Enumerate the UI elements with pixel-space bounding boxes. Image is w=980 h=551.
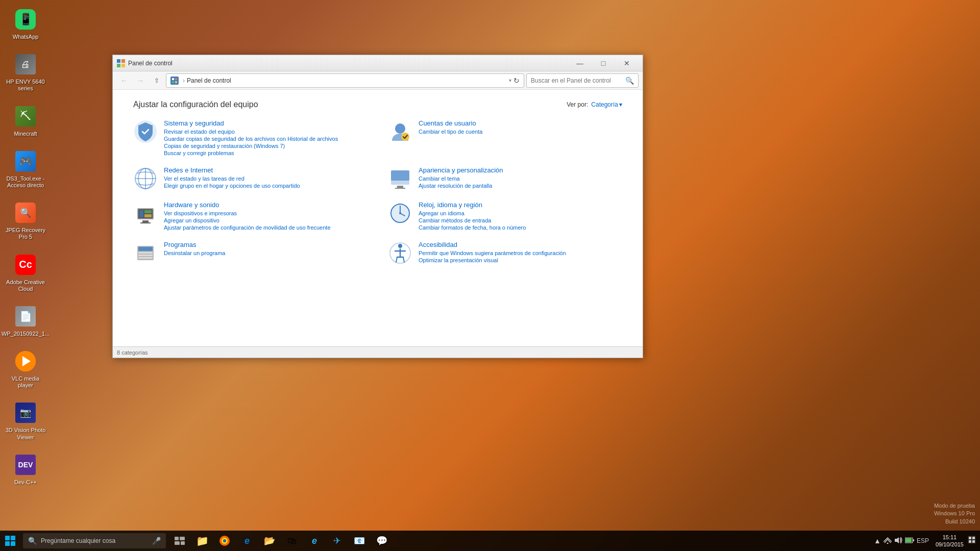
content-header: Ajustar la configuración del equipo Ver …: [133, 100, 622, 109]
close-button[interactable]: ✕: [615, 55, 639, 71]
reloj-link-0[interactable]: Agregar un idioma: [419, 210, 526, 216]
hardware-content: Hardware y sonido Ver dispositivos e imp…: [164, 201, 331, 231]
svg-rect-59: [969, 540, 971, 543]
desktop-icon-hp[interactable]: 🖨 HP ENVY 5640 series: [3, 50, 48, 94]
accesibilidad-title[interactable]: Accesibilidad: [419, 241, 566, 248]
redes-title[interactable]: Redes e Internet: [164, 166, 300, 174]
desktop-icon-adobe[interactable]: Cc Adobe Creative Cloud: [3, 251, 48, 294]
tray-show-hidden[interactable]: ▲: [874, 537, 881, 545]
taskbar-file-explorer[interactable]: 📁: [191, 531, 213, 551]
reloj-link-2[interactable]: Cambiar formatos de fecha, hora o número: [419, 224, 526, 231]
search-input[interactable]: [531, 77, 625, 84]
cuentas-links: Cambiar el tipo de cuenta: [419, 129, 482, 135]
view-by-dropdown[interactable]: Categoría ▾: [591, 101, 622, 108]
hardware-icon: [133, 201, 158, 226]
tray-network[interactable]: [884, 537, 892, 545]
search-box[interactable]: 🔍: [526, 73, 639, 88]
taskbar-search[interactable]: 🔍 Pregúntame cualquier cosa 🎤: [23, 533, 166, 548]
adobe-icon: Cc: [13, 253, 38, 277]
refresh-button[interactable]: ↻: [513, 77, 520, 85]
ds3-icon: 🎮: [13, 149, 38, 173]
sistema-link-1[interactable]: Guardar copias de seguridad de los archi…: [164, 136, 338, 142]
taskbar-telegram[interactable]: ✈: [326, 531, 348, 551]
desktop-icon-dev[interactable]: DEV Dev-C++: [3, 450, 48, 488]
nav-bar: ← → ⇧ › Panel de control ▾: [113, 71, 643, 90]
svg-rect-23: [142, 220, 149, 222]
taskbar-firefox[interactable]: [213, 531, 236, 551]
desktop-icon-vlc[interactable]: VLC media player: [3, 347, 48, 391]
reloj-link-1[interactable]: Cambiar métodos de entrada: [419, 217, 526, 223]
address-dropdown[interactable]: ▾: [509, 78, 511, 83]
hardware-title[interactable]: Hardware y sonido: [164, 201, 331, 209]
reloj-title[interactable]: Reloj, idioma y región: [419, 201, 526, 209]
dev-icon: DEV: [13, 453, 38, 477]
view-by-value-text: Categoría: [591, 101, 618, 108]
taskbar-task-view[interactable]: [168, 531, 191, 551]
sistema-link-3[interactable]: Buscar y corregir problemas: [164, 150, 338, 156]
svg-rect-27: [144, 214, 152, 217]
start-button[interactable]: [0, 531, 20, 551]
desktop-icon-whatsapp[interactable]: 📱 WhatsApp: [3, 5, 48, 42]
maximize-button[interactable]: □: [592, 55, 615, 71]
svg-point-13: [401, 133, 409, 141]
title-bar: Panel de control — □ ✕: [113, 55, 643, 71]
tray-volume[interactable]: [894, 537, 902, 545]
accesibilidad-link-1[interactable]: Optimizar la presentación visual: [419, 257, 566, 263]
taskbar-clock[interactable]: 15:11 09/10/2015: [936, 534, 964, 548]
desktop-icon-3d[interactable]: 📷 3D Vision Photo Viewer: [3, 398, 48, 442]
apariencia-link-1[interactable]: Ajustar resolución de pantalla: [419, 183, 503, 189]
vlc-label: VLC media player: [5, 375, 46, 389]
notification-button[interactable]: [968, 536, 976, 546]
taskbar-skype[interactable]: 💬: [371, 531, 393, 551]
taskbar-edge[interactable]: e: [236, 531, 258, 551]
sistema-seguridad-content: Sistema y seguridad Revisar el estado de…: [164, 119, 338, 156]
svg-rect-55: [905, 538, 912, 542]
desktop: 📱 WhatsApp 🖨 HP ENVY 5640 series ⛏ Minec…: [0, 0, 980, 551]
accesibilidad-link-0[interactable]: Permitir que Windows sugiera parámetros …: [419, 250, 566, 256]
tray-battery[interactable]: [905, 537, 914, 545]
apariencia-links: Cambiar el tema Ajustar resolución de pa…: [419, 176, 503, 189]
apariencia-link-0[interactable]: Cambiar el tema: [419, 176, 503, 182]
svg-point-32: [399, 212, 401, 214]
svg-point-38: [398, 244, 402, 248]
apariencia-content: Apariencia y personalización Cambiar el …: [419, 166, 503, 189]
taskbar-store[interactable]: 🛍: [281, 531, 303, 551]
address-bar[interactable]: › Panel de control ▾ ↻: [166, 73, 524, 88]
svg-rect-19: [397, 186, 403, 188]
minimize-button[interactable]: —: [568, 55, 592, 71]
category-programas: Programas Desinstalar un programa: [133, 241, 368, 265]
desktop-icon-jpeg[interactable]: 🔍 JPEG Recovery Pro 5: [3, 198, 48, 242]
desktop-icon-ds3[interactable]: 🎮 DS3_Tool.exe - Acceso directo: [3, 147, 48, 191]
search-button[interactable]: 🔍: [625, 77, 634, 85]
taskbar-ie[interactable]: e: [303, 531, 326, 551]
redes-link-0[interactable]: Ver el estado y las tareas de red: [164, 176, 300, 182]
svg-rect-58: [972, 537, 975, 539]
apariencia-title[interactable]: Apariencia y personalización: [419, 166, 503, 174]
cuentas-link-0[interactable]: Cambiar el tipo de cuenta: [419, 129, 482, 135]
hardware-link-0[interactable]: Ver dispositivos e impresoras: [164, 210, 331, 216]
sistema-link-2[interactable]: Copias de seguridad y restauración (Wind…: [164, 143, 338, 149]
sistema-seguridad-icon: [133, 119, 158, 144]
reloj-icon: [388, 201, 412, 226]
up-button[interactable]: ⇧: [150, 73, 164, 88]
hp-icon: 🖨: [13, 52, 38, 77]
programas-links: Desinstalar un programa: [164, 250, 225, 256]
sistema-link-0[interactable]: Revisar el estado del equipo: [164, 129, 338, 135]
redes-link-1[interactable]: Elegir grupo en el hogar y opciones de u…: [164, 183, 300, 189]
tray-language[interactable]: ESP: [917, 537, 929, 544]
programas-title[interactable]: Programas: [164, 241, 225, 248]
sistema-seguridad-title[interactable]: Sistema y seguridad: [164, 119, 338, 127]
hardware-link-1[interactable]: Agregar un dispositivo: [164, 217, 331, 223]
title-bar-text: Panel de control: [128, 60, 568, 67]
programas-link-0[interactable]: Desinstalar un programa: [164, 250, 225, 256]
dev-label: Dev-C++: [14, 479, 37, 486]
cuentas-title[interactable]: Cuentas de usuario: [419, 119, 482, 127]
view-by-chevron: ▾: [619, 101, 622, 108]
watermark-line1: Modo de prueba: [934, 502, 975, 510]
desktop-icon-wp[interactable]: 📄 WP_20150922_1...: [3, 302, 48, 339]
taskbar-explorer[interactable]: 📂: [258, 531, 281, 551]
desktop-icon-minecraft[interactable]: ⛏ Minecraft: [3, 102, 48, 139]
view-by-control: Ver por: Categoría ▾: [567, 101, 622, 108]
hardware-link-2[interactable]: Ajustar parámetros de configuración de m…: [164, 224, 331, 231]
taskbar-outlook[interactable]: 📧: [348, 531, 371, 551]
